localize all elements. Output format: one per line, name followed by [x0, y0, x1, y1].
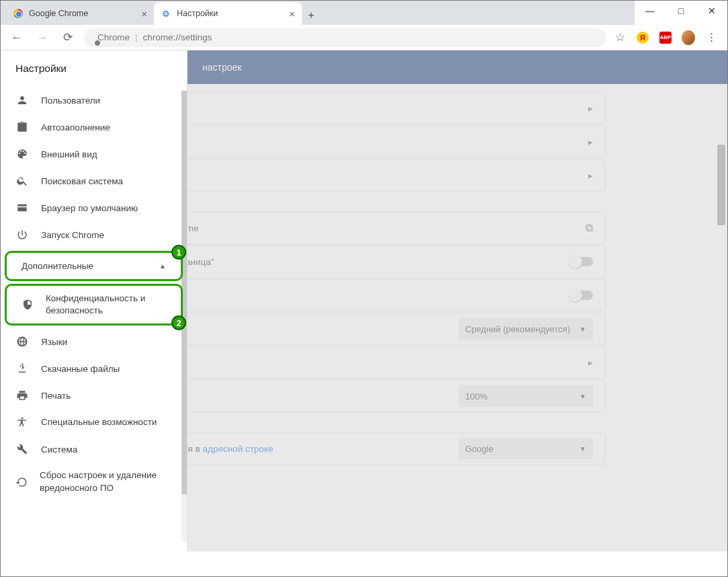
url-text: chrome://settings — [143, 32, 212, 42]
settings-sidebar: Настройки Пользователи Автозаполнение Вн… — [1, 50, 188, 551]
minimize-button[interactable]: — — [635, 1, 665, 21]
address-bar: ← → ⟳ Chrome | chrome://settings ☆ Я ABP… — [1, 25, 727, 50]
annotation-badge-1: 1 — [171, 245, 186, 260]
yandex-extension-icon[interactable]: Я — [636, 31, 649, 44]
abp-extension-icon[interactable]: ABP — [659, 31, 672, 44]
sidebar-item-reset[interactable]: Сброс настроек и удаление вредоносного П… — [1, 463, 187, 500]
wrench-icon — [15, 443, 29, 455]
shield-icon — [22, 299, 34, 311]
maximize-button[interactable]: □ — [665, 1, 696, 21]
sidebar-item-print[interactable]: Печать — [1, 382, 187, 409]
sidebar-item-search[interactable]: Поисковая система — [1, 167, 187, 194]
chrome-favicon-icon — [13, 8, 24, 19]
back-button[interactable]: ← — [7, 28, 26, 47]
print-icon — [15, 389, 29, 401]
sidebar-item-privacy[interactable]: Конфиденциальность и безопасность 2 — [5, 284, 183, 325]
forward-button[interactable]: → — [33, 28, 52, 47]
close-tab-icon[interactable]: × — [289, 8, 295, 20]
new-tab-button[interactable]: + — [302, 6, 321, 25]
page-scrollbar-thumb[interactable] — [717, 145, 725, 225]
caret-up-icon: ▲ — [159, 262, 166, 270]
globe-icon — [15, 336, 29, 348]
sidebar-item-startup[interactable]: Запуск Chrome — [1, 221, 187, 248]
sidebar-item-people[interactable]: Пользователи — [1, 87, 187, 114]
kebab-menu-icon[interactable]: ⋮ — [704, 31, 718, 44]
sidebar-item-languages[interactable]: Языки — [1, 328, 187, 355]
tab-title: Google Chrome — [29, 9, 88, 18]
close-window-button[interactable]: ✕ — [696, 1, 727, 21]
window-icon — [15, 202, 29, 214]
sidebar-item-downloads[interactable]: Скачанные файлы — [1, 355, 187, 382]
sidebar-item-system[interactable]: Система — [1, 436, 187, 463]
sidebar-item-appearance[interactable]: Внешний вид — [1, 141, 187, 167]
sidebar-item-default-browser[interactable]: Браузер по умолчанию — [1, 194, 187, 221]
power-icon — [15, 229, 29, 241]
toolbar-extensions: ☆ Я ABP ⋮ — [613, 31, 721, 44]
tab-google-chrome[interactable]: Google Chrome × — [6, 2, 154, 25]
sidebar-title: Настройки — [1, 50, 187, 87]
profile-avatar[interactable] — [682, 31, 695, 44]
browser-window: Google Chrome × ⚙ Настройки × + — □ ✕ ← … — [0, 0, 728, 577]
search-icon — [15, 175, 29, 187]
url-input[interactable]: Chrome | chrome://settings — [84, 28, 606, 47]
url-scheme-label: Chrome — [97, 32, 130, 42]
clipboard-icon — [15, 121, 29, 133]
restore-icon — [15, 476, 28, 488]
person-icon — [15, 94, 29, 106]
tab-settings[interactable]: ⚙ Настройки × — [154, 2, 302, 25]
palette-icon — [15, 148, 29, 160]
gear-favicon-icon: ⚙ — [161, 8, 171, 19]
tab-strip: Google Chrome × ⚙ Настройки × + — [1, 1, 727, 25]
close-tab-icon[interactable]: × — [141, 8, 147, 20]
tab-title: Настройки — [177, 9, 218, 18]
star-bookmark-icon[interactable]: ☆ — [613, 31, 626, 44]
sidebar-item-autofill[interactable]: Автозаполнение — [1, 114, 187, 141]
reload-button[interactable]: ⟳ — [58, 28, 77, 47]
sidebar-advanced-toggle[interactable]: Дополнительные ▲ 1 — [5, 251, 183, 281]
download-icon — [15, 362, 29, 375]
accessibility-icon — [15, 416, 29, 428]
sidebar-item-accessibility[interactable]: Специальные возможности — [1, 409, 187, 436]
